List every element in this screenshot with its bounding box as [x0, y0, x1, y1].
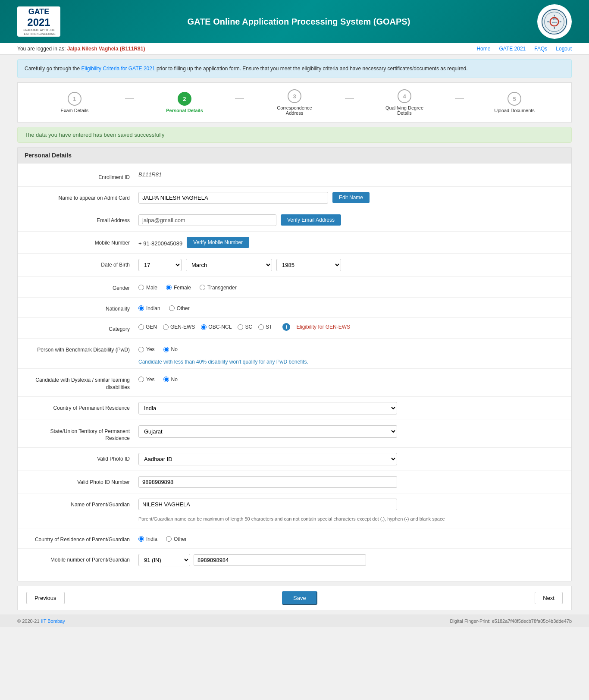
category-info-icon[interactable]: i	[282, 323, 290, 331]
eligibility-link[interactable]: Eligibility Criteria for GATE 2021	[81, 66, 155, 72]
cat-obc-ncl-radio[interactable]	[201, 324, 207, 330]
dob-day-select[interactable]: 17 12345 678910 1112131415 1618192021 22…	[138, 259, 182, 271]
nationality-indian[interactable]: Indian	[138, 305, 160, 311]
dyslexia-yes[interactable]: Yes	[138, 377, 155, 383]
parent-country-india[interactable]: India	[138, 536, 157, 542]
pwd-yes-radio[interactable]	[138, 347, 144, 352]
next-button[interactable]: Next	[535, 592, 563, 604]
gen-ews-link[interactable]: Eligibility for GEN-EWS	[296, 324, 350, 330]
parent-mobile-code-select[interactable]: 91 (IN) 1 (US) 44 (UK)	[138, 554, 190, 566]
nationality-row: Nationality Indian Other	[18, 299, 571, 316]
dyslexia-no[interactable]: No	[163, 377, 178, 383]
name-admit-label: Name to appear on Admit Card	[26, 192, 138, 202]
info-text-after: prior to filling up the application form…	[155, 66, 468, 72]
photo-id-select[interactable]: Aadhaar ID Passport PAN Card Voter ID Dr…	[138, 453, 397, 465]
photo-id-number-input[interactable]	[138, 476, 397, 488]
step-4[interactable]: 4 Qualifying DegreeDetails	[356, 89, 453, 116]
parent-mobile-row: Mobile number of Parent/Guardian 91 (IN)…	[18, 550, 571, 570]
gender-female-radio[interactable]	[166, 285, 172, 290]
verify-mobile-button[interactable]: Verify Mobile Number	[187, 237, 249, 248]
gender-transgender-radio[interactable]	[200, 285, 205, 290]
gender-radio-group: Male Female Transgender	[138, 282, 237, 291]
photo-id-number-area	[138, 476, 563, 488]
step-2-circle: 2	[178, 92, 191, 106]
cat-sc-radio[interactable]	[238, 324, 243, 330]
cat-st[interactable]: ST	[258, 324, 272, 330]
enrollment-value: B111R81	[138, 171, 162, 178]
step-5[interactable]: 5 Upload Documents	[466, 92, 563, 113]
parent-country-india-radio[interactable]	[138, 536, 144, 542]
bottom-nav: Previous Save Next	[17, 586, 572, 610]
steps-container: 1 Exam Details 2 Personal Details 3 Corr…	[17, 82, 572, 122]
parent-country-other-radio[interactable]	[166, 536, 172, 542]
parent-country-label: Country of Residence of Parent/Guardian	[26, 534, 138, 543]
step-2-label: Personal Details	[166, 108, 203, 113]
cat-obc-ncl[interactable]: OBC-NCL	[201, 324, 232, 330]
pwd-no[interactable]: No	[163, 346, 178, 352]
dob-year-select[interactable]: 1985 19801981198219831984 19861987198819…	[276, 259, 341, 271]
nationality-indian-radio[interactable]	[138, 305, 144, 311]
gender-transgender[interactable]: Transgender	[200, 285, 237, 291]
pwd-label: Person with Benchmark Disability (PwD)	[26, 344, 138, 354]
step-connector-1	[125, 98, 134, 99]
form-header: Personal Details	[18, 148, 571, 163]
parent-country-other-label: Other	[174, 536, 187, 542]
dyslexia-no-radio[interactable]	[163, 377, 169, 382]
parent-country-area: India Other	[138, 534, 563, 542]
step-1[interactable]: 1 Exam Details	[26, 92, 123, 113]
dyslexia-yes-radio[interactable]	[138, 377, 144, 382]
step-2[interactable]: 2 Personal Details	[136, 92, 233, 113]
parent-name-input[interactable]	[138, 499, 397, 510]
gender-female-label: Female	[174, 285, 191, 291]
home-link[interactable]: Home	[476, 46, 490, 52]
verify-email-button[interactable]: Verify Email Address	[281, 214, 341, 226]
gender-label: Gender	[26, 282, 138, 292]
gender-male-radio[interactable]	[138, 285, 144, 290]
cat-sc[interactable]: SC	[238, 324, 252, 330]
gate2021-link[interactable]: GATE 2021	[499, 46, 526, 52]
parent-mobile-number-input[interactable]	[194, 554, 366, 566]
step-1-circle: 1	[68, 92, 81, 106]
cat-gen-radio[interactable]	[138, 324, 144, 330]
iit-bombay-link[interactable]: IIT Bombay	[41, 618, 65, 624]
cat-gen-ews-radio[interactable]	[163, 324, 169, 330]
state-residence-select[interactable]: Gujarat Maharashtra Delhi Karnataka Tami…	[138, 425, 397, 438]
pwd-yes[interactable]: Yes	[138, 346, 155, 352]
nationality-other-radio[interactable]	[169, 305, 175, 311]
mobile-area: + 91-8200945089 Verify Mobile Number	[138, 237, 563, 248]
email-label: Email Address	[26, 214, 138, 224]
faqs-link[interactable]: FAQs	[534, 46, 547, 52]
logout-link[interactable]: Logout	[556, 46, 572, 52]
step-3[interactable]: 3 CorrespondenceAddress	[246, 89, 343, 116]
cat-gen[interactable]: GEN	[138, 324, 157, 330]
country-residence-select[interactable]: India United States United Kingdom Other	[138, 402, 397, 414]
pwd-no-radio[interactable]	[163, 347, 169, 352]
navbar-user-info: You are logged in as: Jalpa Nilesh Vaghe…	[17, 46, 145, 52]
gender-male[interactable]: Male	[138, 285, 157, 291]
email-area: Verify Email Address	[138, 214, 563, 226]
step-4-circle: 4	[398, 89, 411, 103]
step-3-label: CorrespondenceAddress	[277, 105, 312, 116]
info-banner: Carefully go through the Eligibility Cri…	[17, 59, 572, 78]
photo-id-row: Valid Photo ID Aadhaar ID Passport PAN C…	[18, 449, 571, 469]
pwd-area: Yes No	[138, 344, 563, 352]
parent-country-other[interactable]: Other	[166, 536, 187, 542]
navbar-links: Home GATE 2021 FAQs Logout	[476, 46, 572, 52]
nationality-other[interactable]: Other	[169, 305, 190, 311]
form-body: Enrollment ID B111R81 Name to appear on …	[18, 163, 571, 581]
gender-female[interactable]: Female	[166, 285, 191, 291]
parent-name-row: Name of Parent/Guardian Parent/Guardian …	[18, 495, 571, 526]
cat-gen-ews[interactable]: GEN-EWS	[163, 324, 195, 330]
previous-button[interactable]: Previous	[26, 592, 65, 604]
cat-st-radio[interactable]	[258, 324, 264, 330]
save-button[interactable]: Save	[282, 591, 317, 605]
edit-name-button[interactable]: Edit Name	[332, 192, 370, 203]
dob-month-select[interactable]: March JanuaryFebruaryApril MayJuneJulyAu…	[186, 259, 272, 271]
parent-mobile-area: 91 (IN) 1 (US) 44 (UK)	[138, 554, 563, 566]
name-admit-input[interactable]	[138, 192, 328, 204]
category-radio-group: GEN GEN-EWS OBC-NCL SC	[138, 323, 350, 331]
parent-country-india-label: India	[146, 536, 157, 542]
nationality-other-label: Other	[177, 305, 190, 311]
name-admit-area: Edit Name	[138, 192, 563, 204]
email-input[interactable]	[138, 214, 276, 226]
